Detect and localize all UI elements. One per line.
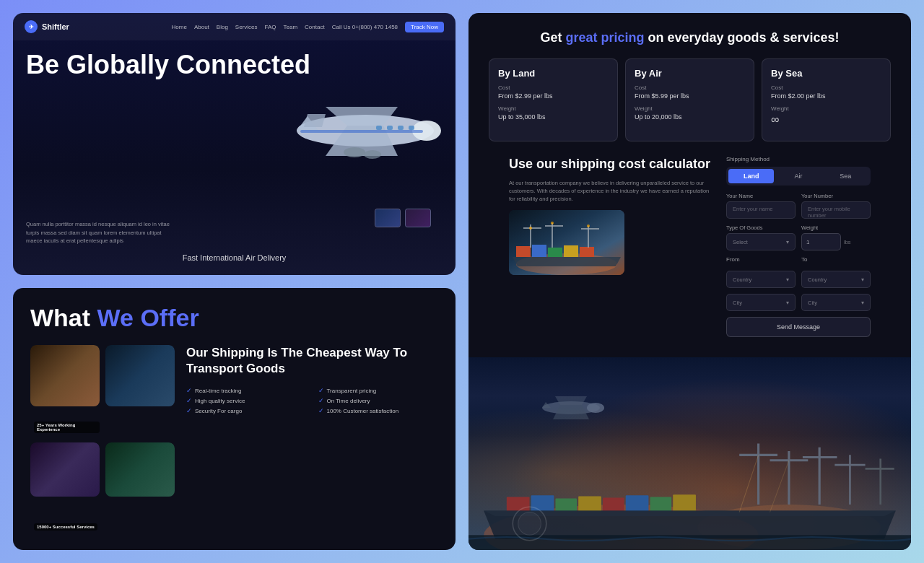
- hero-thumbnails: [375, 209, 431, 227]
- calc-description: At our transportation company we believe…: [509, 179, 712, 204]
- weight-group: Weight lbs: [801, 224, 871, 250]
- pricing-title: Get great pricing on everyday goods & se…: [489, 29, 891, 47]
- svg-rect-50: [603, 497, 624, 512]
- track-now-button[interactable]: Track Now: [405, 22, 444, 32]
- to-label: To: [801, 256, 871, 263]
- svg-line-57: [739, 455, 758, 512]
- svg-rect-18: [564, 245, 578, 257]
- nav-services[interactable]: Services: [235, 24, 258, 30]
- right-top-section: Get great pricing on everyday goods & se…: [468, 13, 911, 349]
- card-land-weight-value: Up to 35,000 lbs: [498, 113, 609, 121]
- calc-port-image: [509, 210, 624, 275]
- svg-point-10: [344, 147, 365, 157]
- card-sea-cost-value: From $2.00 per lbs: [771, 92, 881, 100]
- calculator-section: Use our shipping cost calculator At our …: [489, 156, 891, 337]
- send-message-button[interactable]: Send Message: [726, 317, 871, 337]
- panel-top-left: ✈ Shiftler Home About Blog Services FAQ …: [13, 13, 456, 275]
- number-group: Your Number Enter your mobile number: [801, 193, 871, 219]
- feature-text-0: Real-time tracking: [195, 388, 241, 394]
- name-number-row: Your Name Enter your name Your Number En…: [726, 193, 871, 219]
- from-city-label: City: [733, 300, 742, 306]
- city-row: City ▾ City ▾: [726, 294, 871, 311]
- svg-rect-48: [555, 498, 577, 512]
- nav-links: Home About Blog Services FAQ Team Contac…: [172, 22, 444, 32]
- shipping-method-label: Shipping Method: [726, 156, 871, 162]
- what-we-offer-title: What We Offer: [30, 304, 438, 332]
- goods-select[interactable]: Select ▾: [726, 233, 796, 250]
- plane-illustration: [282, 77, 448, 185]
- offer-image-1: 25+ Years Working Experience: [30, 345, 100, 437]
- svg-rect-46: [507, 497, 530, 512]
- weight-label: Weight: [801, 224, 871, 231]
- thumbnail-1[interactable]: [375, 209, 401, 227]
- svg-rect-9: [409, 126, 414, 130]
- pricing-great: great pricing: [565, 30, 644, 45]
- svg-rect-8: [398, 126, 404, 130]
- hero-title: Be Globally Connected: [26, 51, 443, 79]
- shipping-title: Our Shipping Is The Cheapest Way To Tran…: [186, 345, 438, 377]
- tab-sea[interactable]: Sea: [823, 169, 868, 183]
- logo-icon: ✈: [25, 20, 38, 33]
- tab-air[interactable]: Air: [775, 169, 821, 183]
- feature-item-1: ✓ Transparent pricing: [318, 387, 439, 394]
- hero-section: Be Globally Connected: [13, 40, 456, 275]
- svg-rect-47: [531, 495, 554, 512]
- feature-item-0: ✓ Real-time tracking: [186, 387, 307, 394]
- nav-contact[interactable]: Contact: [305, 24, 325, 30]
- offer-image-3: 15000+ Successful Services: [30, 442, 100, 534]
- card-sea-cost-label: Cost: [771, 84, 881, 91]
- to-city-select[interactable]: City ▾: [801, 294, 871, 311]
- svg-point-26: [529, 227, 532, 230]
- svg-marker-5: [304, 114, 326, 127]
- to-country-select[interactable]: Country ▾: [801, 271, 871, 288]
- panel-right: Get great pricing on everyday goods & se…: [468, 13, 911, 550]
- card-sea-title: By Sea: [771, 68, 881, 79]
- offer-text-section: Our Shipping Is The Cheapest Way To Tran…: [186, 345, 438, 534]
- feature-item-4: ✓ Security For cargo: [186, 407, 307, 414]
- svg-rect-52: [650, 497, 672, 512]
- card-land-cost-label: Cost: [498, 84, 609, 91]
- hero-bottom: Quam nulla porttitor massa id nesque ali…: [26, 220, 443, 262]
- svg-rect-12: [300, 130, 423, 133]
- calc-right-column: Shipping Method Land Air Sea Your Name E…: [726, 156, 871, 337]
- offer-content: 25+ Years Working Experience 15000+ Succ…: [30, 345, 438, 534]
- nav-blog[interactable]: Blog: [217, 24, 228, 30]
- from-country-select[interactable]: Country ▾: [726, 271, 796, 288]
- weight-input[interactable]: [801, 233, 841, 250]
- offer-images: 25+ Years Working Experience 15000+ Succ…: [30, 345, 175, 534]
- to-country-label: Country: [808, 276, 827, 283]
- nav-about[interactable]: About: [194, 24, 209, 30]
- nav-home[interactable]: Home: [172, 24, 187, 30]
- offer-image-4: [105, 442, 175, 534]
- card-air-weight-value: Up to 20,000 lbs: [635, 113, 745, 121]
- from-city-select[interactable]: City ▾: [726, 294, 796, 311]
- name-label: Your Name: [726, 193, 796, 199]
- name-placeholder: Enter your name: [733, 206, 772, 212]
- name-input[interactable]: Enter your name: [726, 201, 796, 219]
- thumbnail-2[interactable]: [405, 209, 431, 227]
- goods-chevron-icon: ▾: [786, 239, 789, 245]
- check-icon-2: ✓: [186, 397, 192, 404]
- number-placeholder: Enter your mobile number: [808, 206, 850, 219]
- to-country-chevron-icon: ▾: [861, 276, 864, 283]
- hero-description: Quam nulla porttitor massa id nesque ali…: [26, 220, 170, 245]
- tab-land[interactable]: Land: [728, 169, 774, 183]
- nav-faq[interactable]: FAQ: [265, 24, 276, 30]
- pricing-cards: By Land Cost From $2.99 per lbs Weight U…: [489, 58, 891, 141]
- ship-background-image: [468, 357, 911, 550]
- card-land-cost-value: From $2.99 per lbs: [498, 92, 609, 100]
- number-input[interactable]: Enter your mobile number: [801, 201, 871, 219]
- nav-team[interactable]: Team: [284, 24, 298, 30]
- svg-rect-49: [578, 496, 601, 512]
- offer-image-2: [105, 345, 175, 437]
- method-tabs: Land Air Sea: [726, 167, 871, 186]
- svg-rect-53: [673, 494, 696, 512]
- check-icon-5: ✓: [318, 407, 324, 414]
- image-label-3: 15000+ Successful Services: [34, 523, 97, 531]
- from-city-chevron-icon: ▾: [786, 300, 789, 306]
- name-group: Your Name Enter your name: [726, 193, 796, 219]
- svg-rect-19: [580, 247, 594, 257]
- check-icon-3: ✓: [318, 397, 324, 404]
- title-highlight: We Offer: [97, 304, 199, 331]
- check-icon-1: ✓: [318, 387, 324, 394]
